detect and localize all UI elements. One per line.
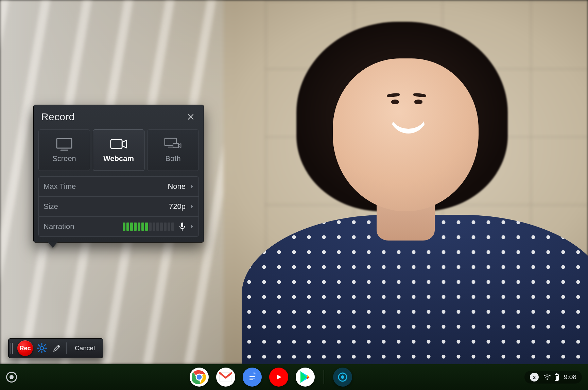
draw-button[interactable] (51, 341, 63, 355)
app-docs[interactable] (243, 368, 262, 387)
chrome-icon (192, 370, 207, 385)
vu-bar (168, 223, 170, 231)
vu-bar (153, 223, 155, 231)
svg-rect-6 (181, 223, 183, 227)
svg-rect-2 (111, 140, 122, 148)
chevron-right-icon (190, 224, 194, 229)
svg-line-16 (38, 351, 40, 352)
vu-meter (123, 223, 174, 231)
mode-both-label: Both (165, 154, 180, 163)
record-panel: Record Screen Webcam (33, 105, 204, 243)
svg-line-15 (44, 345, 46, 346)
setting-max-time-label: Max Time (44, 182, 76, 191)
app-chrome[interactable] (190, 368, 209, 387)
vu-bar (164, 223, 167, 231)
vu-bar (134, 223, 137, 231)
record-button[interactable]: Rec (17, 340, 33, 356)
vu-bar (171, 223, 174, 231)
toolbar-divider (66, 342, 67, 354)
vu-bar (156, 223, 159, 231)
status-tray[interactable]: 3 9:08 (524, 371, 582, 384)
mode-screen-button[interactable]: Screen (38, 129, 90, 171)
mode-both-button[interactable]: Both (147, 129, 199, 171)
svg-rect-5 (173, 143, 178, 148)
cancel-button-label: Cancel (75, 344, 95, 352)
screencast-icon (336, 370, 349, 384)
clock: 9:08 (564, 373, 576, 381)
setting-narration[interactable]: Narration (38, 216, 199, 237)
setting-size-label: Size (44, 202, 58, 211)
launcher-button[interactable] (6, 372, 17, 383)
battery-icon (554, 373, 559, 381)
vu-bar (141, 223, 144, 231)
chevron-right-icon (190, 204, 194, 209)
microphone-icon (179, 222, 186, 231)
svg-line-14 (44, 351, 46, 352)
vu-bar (126, 223, 129, 231)
person-illustration (223, 15, 588, 364)
pencil-icon (52, 344, 61, 353)
app-screencast[interactable] (333, 368, 352, 387)
record-panel-title: Record (41, 111, 75, 123)
setting-narration-label: Narration (44, 222, 74, 231)
screen-icon (55, 137, 73, 151)
close-button[interactable] (185, 111, 196, 122)
os-shelf: 3 9:08 (0, 364, 588, 390)
mode-screen-label: Screen (52, 154, 76, 163)
panel-pointer (47, 242, 58, 248)
setting-max-time-value: None (168, 182, 186, 191)
record-mode-row: Screen Webcam Both (34, 127, 204, 176)
app-youtube[interactable] (269, 368, 288, 387)
setting-max-time[interactable]: Max Time None (38, 176, 199, 196)
record-button-label: Rec (19, 345, 31, 352)
youtube-icon (272, 372, 286, 382)
svg-point-28 (341, 375, 344, 379)
both-icon (164, 137, 182, 151)
gmail-icon (219, 372, 232, 382)
wifi-icon (543, 374, 551, 380)
svg-rect-32 (556, 376, 558, 380)
svg-line-13 (38, 345, 40, 346)
svg-rect-31 (556, 373, 557, 374)
grip-icon (11, 343, 14, 354)
vu-bar (130, 223, 133, 231)
close-icon (187, 113, 194, 120)
webcam-icon (109, 137, 128, 151)
app-play-store[interactable] (296, 368, 315, 387)
mode-webcam-button[interactable]: Webcam (93, 129, 144, 171)
drag-handle[interactable] (10, 342, 15, 354)
cancel-button[interactable]: Cancel (70, 341, 100, 355)
vu-bar (160, 223, 163, 231)
shelf-divider (324, 370, 324, 384)
setting-size-value: 720p (169, 202, 186, 211)
shelf-apps (190, 368, 352, 387)
notification-badge: 3 (530, 373, 539, 382)
setting-size[interactable]: Size 720p (38, 196, 199, 216)
record-settings-list: Max Time None Size 720p Narration (34, 176, 204, 242)
vu-bar (149, 223, 152, 231)
docs-icon (247, 371, 257, 383)
svg-point-8 (40, 347, 44, 350)
play-store-icon (299, 371, 311, 384)
mode-webcam-label: Webcam (103, 154, 134, 163)
vu-bar (145, 223, 148, 231)
chevron-right-icon (190, 184, 194, 189)
svg-point-29 (547, 378, 548, 380)
vu-bar (138, 223, 140, 231)
app-gmail[interactable] (216, 368, 235, 387)
svg-rect-0 (57, 139, 72, 148)
settings-button[interactable] (36, 341, 48, 355)
gear-icon (37, 343, 47, 353)
vu-bar (123, 223, 125, 231)
recorder-toolbar: Rec Cancel (8, 338, 103, 358)
